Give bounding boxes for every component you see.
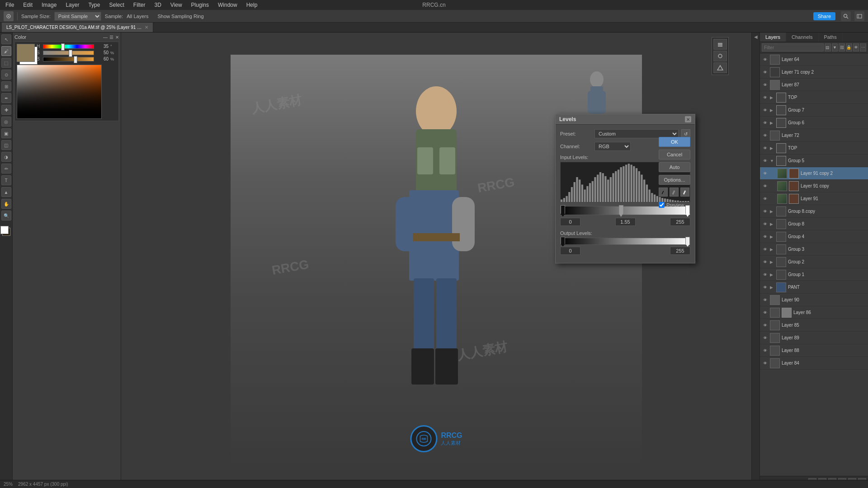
layer-vis-icon[interactable]: 👁 [762,297,768,303]
input-mid-value[interactable]: 1.55 [615,218,636,226]
foreground-swatch[interactable] [17,44,35,62]
layer-vis-icon[interactable]: 👁 [762,69,768,75]
workspace-icon[interactable] [854,11,864,21]
layer-item[interactable]: 👁 Layer 90 [760,294,868,306]
layer-vis-icon[interactable]: 👁 [762,158,768,164]
layer-vis-icon[interactable]: 👁 [762,132,768,139]
crop-tool[interactable]: ⊞ [1,81,11,91]
layer-item-group[interactable]: 👁 ▼ Group 5 [760,155,868,167]
menu-3d[interactable]: 3D [152,2,163,8]
layer-kind-filter[interactable]: ▤ [825,43,831,52]
options-button[interactable]: Options... [659,175,690,185]
layer-lock-btn[interactable]: 🔒 [846,43,852,52]
dialog-close-button[interactable]: ✕ [685,116,691,122]
tab-channels[interactable]: Channels [786,33,818,42]
layer-vis-icon[interactable]: 👁 [762,170,768,177]
layer-item-group[interactable]: 👁 ▶ PANT [760,281,868,294]
menu-edit[interactable]: Edit [21,2,34,8]
search-toolbar-icon[interactable] [841,11,851,21]
layer-item[interactable]: 👁 Layer 71 copy 2 [760,66,868,79]
collapse-arrow-icon[interactable]: ◀ [753,34,758,39]
layer-vis-icon[interactable]: 👁 [762,322,768,328]
selection-tool[interactable]: ⬚ [1,58,11,68]
eyedropper-tool[interactable]: ✒ [1,93,11,103]
hand-tool[interactable]: ✋ [1,199,11,209]
foreground-background-swatches[interactable] [0,226,12,238]
shape-tool[interactable]: ▲ [1,187,11,197]
layer-item[interactable]: 👁 Layer 91 [760,192,868,205]
layer-vis-icon[interactable]: 👁 [762,272,768,278]
layer-vis-icon[interactable]: 👁 [762,284,768,291]
black-eyedropper-button[interactable] [659,188,668,197]
layer-vis-icon[interactable]: 👁 [762,56,768,63]
h-slider[interactable] [43,44,94,49]
layer-vis-icon[interactable]: 👁 [762,107,768,113]
layer-item-group[interactable]: 👁 ▶ TOP [760,142,868,155]
share-button[interactable]: Share [813,12,835,20]
cancel-button[interactable]: Cancel [659,150,690,160]
menu-filter[interactable]: Filter [132,2,147,8]
layer-item-group[interactable]: 👁 ▶ Group 1 [760,268,868,281]
b-slider[interactable] [43,57,94,61]
layer-vis-icon[interactable]: 👁 [762,234,768,240]
move-tool[interactable]: ↖ [1,34,11,44]
canvas-area[interactable]: 人人素材 RRCG RRCG 人人素材 [121,33,751,488]
auto-button[interactable]: Auto [659,162,690,172]
layer-vis-icon[interactable]: 👁 [762,183,768,189]
layer-vis-icon[interactable]: 👁 [762,196,768,202]
layer-item-selected[interactable]: 👁 Layer 91 copy 2 [760,167,868,180]
menu-type[interactable]: Type [86,2,102,8]
layer-vis-icon[interactable]: 👁 [762,221,768,227]
layers-search-input[interactable] [762,43,824,52]
menu-plugins[interactable]: Plugins [189,2,211,8]
heal-tool[interactable]: ✚ [1,105,11,115]
layer-type-select[interactable]: ▼ [832,43,838,52]
menu-window[interactable]: Window [216,2,239,8]
text-tool[interactable]: T [1,175,11,185]
layer-vis-icon[interactable]: 👁 [762,120,768,126]
panel-toggle-1[interactable] [713,39,727,50]
layer-vis-icon[interactable]: 👁 [762,259,768,265]
tab-layers[interactable]: Layers [760,33,786,42]
layer-vis-icon[interactable]: 👁 [762,82,768,88]
input-white-value[interactable]: 255 [670,218,690,226]
layer-item[interactable]: 👁 Layer 89 [760,332,868,344]
dodge-tool[interactable]: ◑ [1,152,11,162]
menu-image[interactable]: Image [40,2,58,8]
layer-vis-icon[interactable]: 👁 [762,360,768,366]
color-picker-gradient[interactable] [17,65,102,119]
layer-vis-icon[interactable]: 👁 [762,335,768,341]
preview-checkbox[interactable] [659,202,665,208]
color-panel-close[interactable]: ✕ [115,35,119,40]
lasso-tool[interactable]: ⊙ [1,70,11,80]
gray-eyedropper-button[interactable] [670,188,679,197]
layer-item[interactable]: 👁 Layer 88 [760,344,868,357]
layer-item-group[interactable]: 👁 ▶ TOP [760,91,868,104]
layer-item-group[interactable]: 👁 ▶ Group 7 [760,104,868,117]
panel-toggle-3[interactable] [713,62,727,73]
layer-item-group[interactable]: 👁 ▶ Group 2 [760,256,868,268]
layer-vis-icon[interactable]: 👁 [762,310,768,316]
layer-item-group[interactable]: 👁 ▶ Group 8 [760,218,868,230]
layer-item[interactable]: 👁 Layer 64 [760,53,868,66]
layer-more-btn[interactable]: ⋯ [860,43,866,52]
menu-select[interactable]: Select [107,2,126,8]
layer-vis-icon[interactable]: 👁 [762,208,768,215]
menu-file[interactable]: File [4,2,16,8]
color-panel-menu[interactable]: ☰ [109,35,113,40]
ok-button[interactable]: OK [659,137,690,147]
clone-tool[interactable]: ◎ [1,117,11,127]
brush-tool[interactable]: 🖌 [1,46,11,56]
eraser-tool[interactable]: ▣ [1,128,11,138]
layer-item-group[interactable]: 👁 ▶ Group 3 [760,243,868,256]
layer-item[interactable]: 👁 Layer 85 [760,319,868,332]
layer-vis-icon[interactable]: 👁 [762,145,768,151]
menu-layer[interactable]: Layer [64,2,81,8]
layer-item[interactable]: 👁 Layer 91 copy [760,180,868,192]
gradient-tool[interactable]: ◫ [1,140,11,150]
layer-item-group[interactable]: 👁 ▶ Group 6 [760,117,868,129]
pen-tool[interactable]: ✏ [1,164,11,174]
layer-visibility-btn[interactable]: 👁 [853,43,859,52]
layer-item[interactable]: 👁 Layer 84 [760,357,868,370]
menu-help[interactable]: Help [245,2,259,8]
